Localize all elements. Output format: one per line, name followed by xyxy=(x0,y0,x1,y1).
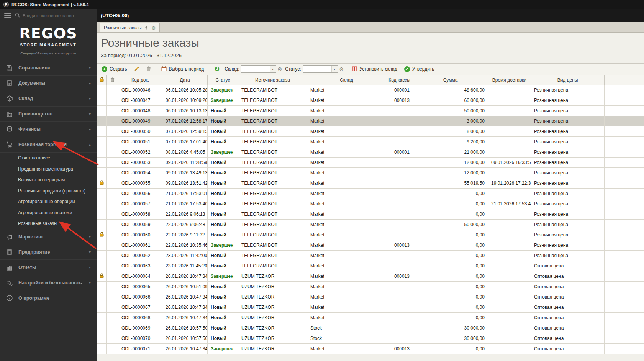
sidebar-item-about[interactable]: О программе xyxy=(0,290,97,305)
cell-status: Новый xyxy=(208,209,238,219)
search-input[interactable] xyxy=(23,13,92,18)
select-period-button[interactable]: Выбрать период xyxy=(158,64,207,74)
table-row[interactable]: ODL-000005621.01.2026 17:53:01НовыйTELEG… xyxy=(97,188,644,199)
chevron-down-icon[interactable]: ▾ xyxy=(331,66,338,72)
table-row[interactable]: ODL-000005822.01.2026 9:06:13НовыйTELEGR… xyxy=(97,209,644,219)
table-row[interactable]: ODL-000006323.01.2026 11:45:20НовыйTELEG… xyxy=(97,261,644,271)
chevron-down-icon[interactable]: ▾ xyxy=(270,66,276,72)
header-price-type[interactable]: Вид цены xyxy=(531,75,605,85)
table-row[interactable]: ODL-000006826.01.2026 10:47:34НовыйUZUM … xyxy=(97,312,644,323)
header-sum[interactable]: Сумма xyxy=(413,75,488,85)
cell-warehouse: Market xyxy=(307,95,386,105)
header-doc-code[interactable]: Код док. xyxy=(118,75,162,85)
approve-button[interactable]: ✓ Утвердить xyxy=(401,65,438,74)
sidebar-item-warehouse[interactable]: Склад ▾ xyxy=(0,91,97,106)
set-warehouse-button[interactable]: Установить склад xyxy=(349,65,400,74)
sidebar-item-enterprise[interactable]: Предприятие ▾ xyxy=(0,244,97,259)
tab-retail-orders[interactable]: Розничные заказы ⊗ xyxy=(100,23,160,32)
table-row[interactable]: ODL-000007126.01.2026 10:47:34ЗавершенUZ… xyxy=(97,343,644,354)
header-date[interactable]: Дата xyxy=(162,75,208,85)
submenu-item-revenue-by-periods[interactable]: Выручка по периодам xyxy=(0,174,97,185)
table-row[interactable]: ODL-000006926.01.2026 10:57:50НовыйUZUM … xyxy=(97,323,644,333)
header-warehouse[interactable]: Склад xyxy=(307,75,386,85)
row-delete-cell xyxy=(107,230,118,240)
table-row[interactable]: ODL-000006526.01.2026 10:51:09НовыйUZUM … xyxy=(97,281,644,292)
sidebar-item-settings-security[interactable]: Настройки и безопасность ▾ xyxy=(0,275,97,290)
clear-status-filter-icon[interactable]: ⊗ xyxy=(339,66,344,72)
delete-button[interactable] xyxy=(143,64,154,74)
cell-date: 26.01.2026 10:47:34 xyxy=(162,312,208,323)
cell-delivery xyxy=(488,312,531,323)
header-order-source[interactable]: Источник заказа xyxy=(238,75,307,85)
cell-cashbox: 000001 xyxy=(386,147,413,157)
table-row[interactable]: ODL-000005107.01.2026 17:01:40НовыйTELEG… xyxy=(97,136,644,147)
table-row[interactable]: ODL-000006122.01.2026 10:35:46ЗавершенTE… xyxy=(97,240,644,250)
cell-date: 22.01.2026 9:11:32 xyxy=(162,230,208,240)
submenu-label: Агрегированные операции xyxy=(18,199,75,204)
status-filter-select[interactable]: ▾ xyxy=(303,65,338,73)
edit-button[interactable] xyxy=(131,64,143,74)
cell-code: ODL-0000052 xyxy=(118,147,162,157)
pin-icon[interactable] xyxy=(144,25,148,30)
row-lock-icon xyxy=(97,230,107,240)
table-row[interactable]: ODL-000005509.01.2026 13:51:42НовыйTELEG… xyxy=(97,178,644,188)
submenu-item-aggregated-operations[interactable]: Агрегированные операции xyxy=(0,196,97,207)
refresh-button[interactable]: ↻ xyxy=(211,64,223,74)
row-lock-cell xyxy=(97,292,107,302)
sidebar-item-retail[interactable]: Розничная торговля ▴ xyxy=(0,137,97,152)
submenu-item-retail-orders[interactable]: Розничные заказы xyxy=(0,218,97,229)
header-status[interactable]: Статус xyxy=(208,75,238,85)
warehouse-filter-select[interactable]: ▾ xyxy=(241,65,276,73)
collapse-all-groups-link[interactable]: Свернуть\Развернуть все группы xyxy=(0,51,97,55)
sidebar-item-finance[interactable]: Финансы ▾ xyxy=(0,121,97,137)
table-row[interactable]: ODL-000006426.01.2026 10:47:34ЗавершенUZ… xyxy=(97,271,644,281)
header-delivery-time[interactable]: Время доставки xyxy=(488,75,531,85)
table-row[interactable]: ODL-000006626.01.2026 10:47:34НовыйUZUM … xyxy=(97,292,644,302)
table-row[interactable]: ODL-000005922.01.2026 9:06:48НовыйTELEGR… xyxy=(97,219,644,230)
table-row[interactable]: ODL-000005409.01.2026 13:49:13НовыйTELEG… xyxy=(97,167,644,178)
table-row[interactable]: ODL-000005208.01.2026 4:45:05ЗавершенTEL… xyxy=(97,147,644,157)
cell-date: 26.01.2026 10:47:34 xyxy=(162,302,208,312)
cell-date: 26.01.2026 10:57:50 xyxy=(162,323,208,333)
cell-source: TELEGRAM BOT xyxy=(238,261,307,271)
create-button[interactable]: + Создать xyxy=(98,65,130,74)
calendar-icon xyxy=(161,66,167,72)
cell-warehouse: Market xyxy=(307,157,386,167)
sidebar-item-directories[interactable]: Справочники ▾ xyxy=(0,60,97,75)
sidebar-item-production[interactable]: Производство ▾ xyxy=(0,106,97,121)
table-row[interactable]: ODL-000006223.01.2026 11:42:00НовыйTELEG… xyxy=(97,250,644,261)
table-row[interactable]: ODL-000004606.01.2026 10:05:28ЗавершенTE… xyxy=(97,85,644,95)
header-delete-icon[interactable] xyxy=(107,75,118,85)
cell-cashbox: 000013 xyxy=(386,240,413,250)
submenu-item-aggregated-payments[interactable]: Агрегированные платежи xyxy=(0,207,97,218)
hamburger-menu-icon[interactable] xyxy=(4,13,11,18)
cell-warehouse: Market xyxy=(307,116,386,126)
brand-logo: REGOS xyxy=(0,26,97,41)
sidebar-item-reports[interactable]: Отчеты ▾ xyxy=(0,259,97,275)
table-row[interactable]: ODL-000007026.01.2026 10:57:50НовыйUZUM … xyxy=(97,333,644,343)
header-lock-icon[interactable] xyxy=(97,75,107,85)
cell-sum: 30 000,00 xyxy=(413,323,488,333)
sidebar-item-marketing[interactable]: Маркетинг ▾ xyxy=(0,229,97,244)
table-row[interactable]: ODL-000004907.01.2026 12:58:17НовыйTELEG… xyxy=(97,116,644,126)
submenu-item-retail-sales-view[interactable]: Розничные продажи (просмотр) xyxy=(0,185,97,196)
table-row[interactable]: ODL-000004706.01.2026 10:09:20ЗавершенTE… xyxy=(97,95,644,105)
submenu-item-sold-nomenclature[interactable]: Проданная номенклатура xyxy=(0,163,97,174)
row-delete-cell xyxy=(107,312,118,323)
clear-warehouse-filter-icon[interactable]: ⊗ xyxy=(278,66,282,72)
submenu-item-cash-report[interactable]: Отчет по кассе xyxy=(0,153,97,164)
table-row[interactable]: ODL-000005721.01.2026 17:53:40НовыйTELEG… xyxy=(97,199,644,209)
table-row[interactable]: ODL-000004806.01.2026 10:13:13НовыйTELEG… xyxy=(97,105,644,116)
cell-status: Новый xyxy=(208,105,238,116)
table-row[interactable]: ODL-000005309.01.2026 11:28:59НовыйTELEG… xyxy=(97,157,644,167)
sidebar-item-documents[interactable]: Документы ▾ xyxy=(0,75,97,91)
chevron-down-icon: ▾ xyxy=(89,127,91,131)
close-icon[interactable]: ⊗ xyxy=(151,25,156,30)
table-row[interactable]: ODL-000005007.01.2026 12:59:15НовыйTELEG… xyxy=(97,126,644,136)
table-row[interactable]: ODL-000006726.01.2026 10:47:34НовыйUZUM … xyxy=(97,302,644,312)
cell-code: ODL-0000069 xyxy=(118,323,162,333)
cell-price_type: Розничная цена xyxy=(531,188,605,199)
cell-source: TELEGRAM BOT xyxy=(238,136,307,147)
table-row[interactable]: ODL-000006022.01.2026 9:11:32НовыйTELEGR… xyxy=(97,230,644,240)
header-cashbox-code[interactable]: Код кассы xyxy=(386,75,413,85)
